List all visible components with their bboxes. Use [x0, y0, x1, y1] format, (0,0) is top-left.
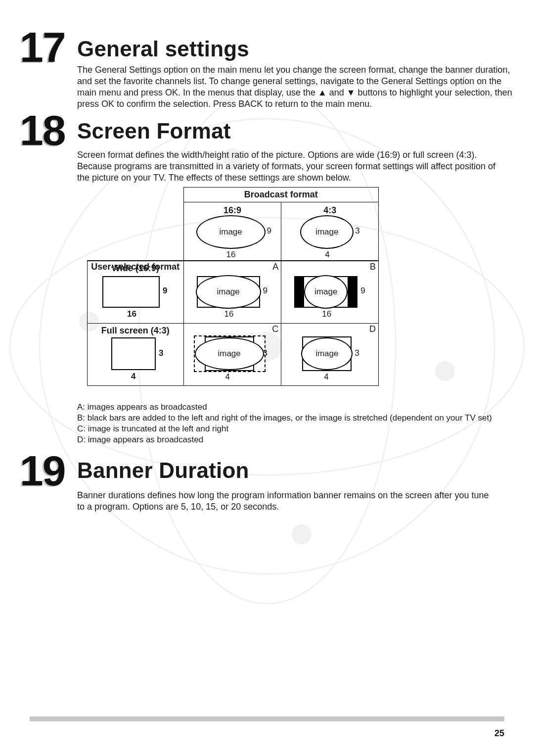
heading-general-settings: General settings [77, 37, 249, 61]
page-number: 25 [494, 728, 504, 739]
note-B: B: black bars are added to the left and … [77, 413, 512, 424]
image-oval: image [300, 215, 354, 249]
image-oval: image [196, 215, 266, 249]
screen-format-table: Broadcast format 16:9 image 9 16 [87, 187, 379, 385]
full-box [111, 337, 156, 370]
cell-C: C image 3 4 [183, 324, 281, 386]
row-full-label: Full screen (4:3) 3 4 [88, 324, 184, 386]
note-A: A: images appears as broadcasted [77, 402, 512, 413]
body-general-settings: The General Settings option on the main … [77, 64, 512, 110]
section-number-17: 17 17 [20, 26, 65, 68]
user-selected-format-header: User-selected format Wide (16:9) 9 16 [88, 261, 184, 324]
body-screen-format: Screen format defines the width/height r… [77, 149, 507, 184]
cell-B: B image 9 16 [281, 261, 379, 324]
svg-point-5 [435, 361, 455, 381]
notes-list: A: images appears as broadcasted B: blac… [77, 402, 512, 445]
heading-banner-duration: Banner Duration [77, 458, 249, 483]
cell-A: A image 9 16 [183, 261, 281, 324]
section-number-18: 18 18 [20, 109, 65, 151]
section-number-19: 19 19 [20, 449, 65, 492]
svg-point-7 [292, 524, 312, 544]
image-oval: image [195, 337, 264, 370]
image-oval: image [301, 337, 353, 370]
broadcast-format-header: Broadcast format [183, 188, 378, 202]
cell-D: D image 3 4 [281, 324, 379, 386]
note-D: D: image appears as broadcasted [77, 434, 512, 445]
note-C: C: image is truncated at the left and ri… [77, 424, 512, 434]
body-banner-duration: Banner durations defines how long the pr… [77, 490, 497, 513]
footer-rule [30, 716, 504, 721]
image-oval: image [196, 275, 261, 309]
heading-screen-format: Screen Format [77, 119, 231, 143]
wide-box [102, 276, 160, 308]
image-oval: image [304, 275, 348, 309]
